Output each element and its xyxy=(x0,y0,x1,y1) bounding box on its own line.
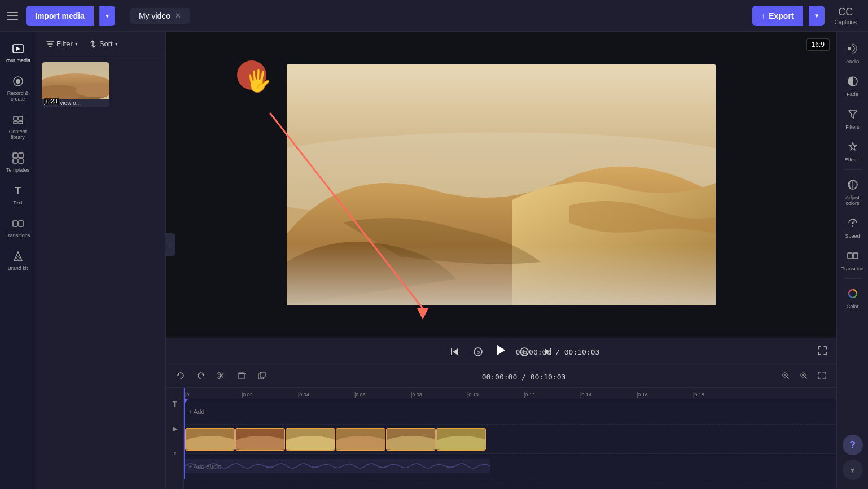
import-media-button[interactable]: Import media xyxy=(26,6,94,26)
video-canvas xyxy=(287,64,716,305)
video-clip[interactable] xyxy=(286,428,335,451)
sidebar-item-text[interactable]: T Text xyxy=(0,178,36,211)
rewind-button[interactable]: -5 xyxy=(471,344,485,359)
tab-my-video[interactable]: My video ✕ xyxy=(130,8,190,24)
sidebar-item-brand-kit[interactable]: Brand kit xyxy=(0,244,36,277)
svg-point-69 xyxy=(852,222,853,224)
fade-label: Fade xyxy=(847,91,858,97)
right-panel-effects[interactable]: Effects xyxy=(837,134,868,167)
text-label: Text xyxy=(13,200,23,206)
export-button[interactable]: ↑ Export xyxy=(752,6,803,26)
playhead-triangle xyxy=(184,399,188,404)
help-button[interactable]: ? xyxy=(843,435,863,455)
duplicate-button[interactable] xyxy=(254,369,270,384)
current-time: 00:00:00 xyxy=(516,347,551,356)
sidebar-item-record-create[interactable]: Record & create xyxy=(0,69,36,107)
video-clip[interactable] xyxy=(386,428,436,451)
zoom-in-button[interactable] xyxy=(796,369,812,384)
playhead-vertical xyxy=(184,399,185,479)
effects-icon xyxy=(845,139,861,155)
svg-line-50 xyxy=(805,377,806,378)
speed-icon xyxy=(845,215,861,231)
timeline-timecode: 00:00:00 / 00:10:03 xyxy=(274,372,773,382)
timeline-tracks[interactable]: |0 |0:02 |0:04 |0:06 |0:08 |0:10 |0:12 |… xyxy=(184,388,836,489)
captions-button[interactable]: CC Captions xyxy=(830,4,861,28)
content-library-label: Content library xyxy=(2,129,33,140)
right-panel-fade[interactable]: Fade xyxy=(837,69,868,102)
skip-to-start-button[interactable] xyxy=(447,344,462,359)
sort-button[interactable]: Sort ▾ xyxy=(86,37,121,50)
svg-point-36 xyxy=(218,377,220,379)
redo-button[interactable] xyxy=(193,369,209,384)
sidebar-item-templates[interactable]: Templates xyxy=(0,146,36,178)
sidebar-item-transitions[interactable]: Transitions xyxy=(0,211,36,244)
thumb-image xyxy=(42,62,109,99)
svg-rect-24 xyxy=(451,348,452,355)
add-text-button[interactable]: + Add xyxy=(184,408,209,415)
media-panel: Filter ▾ Sort ▾ xyxy=(36,32,166,489)
video-clip[interactable] xyxy=(336,428,385,451)
right-panel-color[interactable]: Color xyxy=(837,281,868,314)
right-sidebar-bottom: ? ▾ xyxy=(843,314,863,489)
right-panel-adjust-colors[interactable]: Adjust colors xyxy=(837,172,868,211)
fade-icon xyxy=(845,73,861,89)
track-labels: T ▶ ♪ xyxy=(166,388,184,489)
right-panel-transition[interactable]: Transition xyxy=(837,243,868,276)
text-icon: T xyxy=(11,184,25,198)
filter-chevron: ▾ xyxy=(75,41,78,47)
media-thumbnail[interactable]: 0:23 Aerial view o... xyxy=(42,62,109,107)
right-panel-filters[interactable]: Filters xyxy=(837,102,868,134)
svg-rect-41 xyxy=(240,372,243,374)
svg-rect-8 xyxy=(13,153,17,158)
captions-label: Captions xyxy=(835,19,857,25)
aspect-ratio-badge[interactable]: 16:9 xyxy=(806,38,830,51)
undo-button[interactable] xyxy=(173,369,188,384)
svg-rect-9 xyxy=(19,153,23,158)
svg-rect-39 xyxy=(239,374,244,379)
play-button[interactable] xyxy=(494,343,508,360)
fullscreen-button[interactable] xyxy=(817,346,827,358)
video-clips xyxy=(185,428,486,451)
video-clip[interactable] xyxy=(235,428,285,451)
delete-button[interactable] xyxy=(234,369,249,384)
center-area: 16:9 🖐 xyxy=(166,32,836,489)
svg-line-46 xyxy=(787,377,788,378)
right-panel-divider2 xyxy=(844,278,862,279)
svg-point-56 xyxy=(286,436,335,451)
import-media-dropdown-button[interactable]: ▾ xyxy=(99,6,115,26)
your-media-label: Your media xyxy=(5,58,30,63)
video-clip[interactable] xyxy=(185,428,235,451)
export-dropdown-button[interactable]: ▾ xyxy=(809,6,825,26)
filter-button[interactable]: Filter ▾ xyxy=(43,37,81,50)
sidebar-item-your-media[interactable]: Your media xyxy=(0,36,36,69)
hand-cursor-icon: 🖐 xyxy=(245,68,271,93)
timeline-separator: / xyxy=(521,373,531,381)
expand-panel-button[interactable]: ▾ xyxy=(843,460,863,480)
svg-point-62 xyxy=(437,436,486,451)
sort-label: Sort xyxy=(99,40,113,48)
sidebar-item-content-library[interactable]: Content library xyxy=(0,107,36,146)
captions-icon: CC xyxy=(838,6,853,18)
right-panel-speed[interactable]: Speed xyxy=(837,211,868,243)
text-track-icon: T xyxy=(173,400,177,408)
svg-rect-6 xyxy=(14,121,17,124)
svg-point-35 xyxy=(218,372,220,374)
zoom-out-button[interactable] xyxy=(778,369,794,384)
video-track xyxy=(184,425,836,454)
remove-tab-icon[interactable]: ✕ xyxy=(175,11,181,20)
right-panel-audio[interactable]: Audio xyxy=(837,36,868,69)
svg-rect-4 xyxy=(14,116,17,120)
transition-label: Transition xyxy=(841,266,863,272)
svg-rect-11 xyxy=(19,159,23,163)
fit-timeline-button[interactable] xyxy=(814,369,830,384)
cut-button[interactable] xyxy=(213,369,229,384)
filters-label: Filters xyxy=(845,124,860,130)
topbar: Import media ▾ My video ✕ ↑ Export ▾ CC … xyxy=(0,0,868,32)
hamburger-menu-icon[interactable] xyxy=(7,9,20,23)
text-track: + Add xyxy=(184,399,836,425)
right-panel-divider1 xyxy=(844,169,862,170)
right-sidebar: Audio Fade Filters xyxy=(836,32,868,489)
video-clip[interactable] xyxy=(436,428,486,451)
collapse-panel-button[interactable]: ‹ xyxy=(166,233,175,256)
svg-point-60 xyxy=(387,436,436,451)
